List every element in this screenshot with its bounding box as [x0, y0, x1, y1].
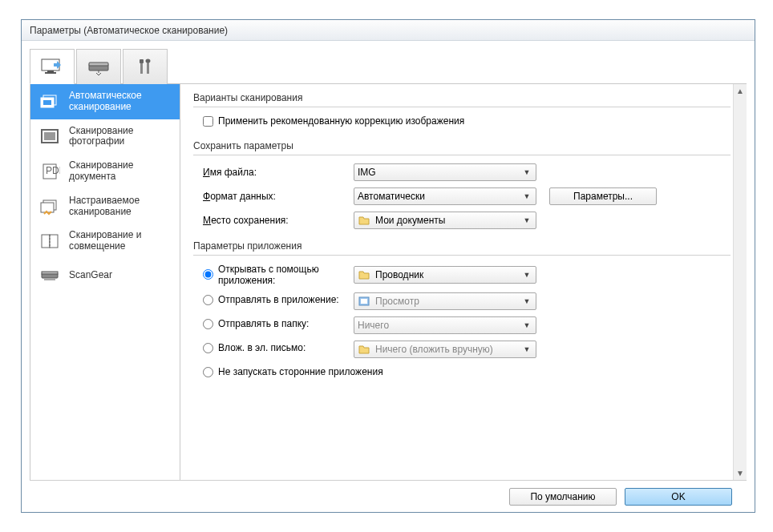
dont-run-input[interactable] — [203, 367, 213, 377]
scroll-down-icon[interactable]: ▼ — [734, 466, 747, 480]
apply-correction-input[interactable] — [203, 116, 213, 127]
chevron-down-icon: ▼ — [521, 168, 532, 176]
ok-button[interactable]: OK — [625, 488, 732, 506]
svg-text:PDF: PDF — [46, 165, 60, 176]
chevron-down-icon: ▼ — [521, 271, 532, 279]
location-combo[interactable]: Мои документы ▼ — [354, 212, 536, 229]
chevron-down-icon: ▼ — [521, 216, 532, 224]
sidebar-item-scangear[interactable]: ScanGear — [30, 259, 180, 292]
chevron-down-icon: ▼ — [521, 345, 532, 353]
svg-rect-25 — [361, 299, 367, 304]
send-folder-radio-wrap: Отправлять в папку: — [193, 318, 354, 332]
scanner-icon — [87, 59, 110, 75]
custom-scan-icon — [38, 197, 61, 216]
svg-rect-17 — [41, 203, 54, 212]
scangear-icon — [38, 266, 61, 285]
location-value: Мои документы — [375, 215, 516, 226]
sidebar-item-document-scan[interactable]: PDF Сканирование документа — [30, 154, 180, 189]
sidebar-item-stitch-scan[interactable]: Сканирование и совмещение — [30, 224, 180, 259]
body: Автоматическое сканирование Сканирование… — [30, 84, 747, 480]
monitor-icon — [39, 57, 65, 76]
format-label: Формат данных: — [193, 191, 354, 202]
sidebar-item-label: Автоматическое сканирование — [69, 91, 172, 113]
email-radio-wrap: Влож. в эл. письмо: — [193, 342, 354, 356]
content-area: Автоматическое сканирование Сканирование… — [22, 41, 755, 512]
group-title: Сохранить параметры — [193, 140, 731, 151]
open-with-radio[interactable]: Открывать с помощью приложения: — [203, 264, 354, 286]
open-with-label: Открывать с помощью приложения: — [218, 264, 354, 286]
tools-icon — [136, 58, 155, 77]
file-name-combo[interactable]: IMG ▼ — [354, 163, 536, 181]
open-with-combo[interactable]: Проводник ▼ — [354, 266, 536, 284]
scroll-up-icon[interactable]: ▲ — [734, 84, 747, 98]
svg-rect-19 — [50, 235, 58, 248]
sidebar-item-label: Сканирование и совмещение — [69, 230, 172, 252]
svg-point-8 — [146, 58, 151, 62]
email-input[interactable] — [203, 343, 213, 353]
vertical-scrollbar[interactable]: ▲ ▼ — [733, 84, 747, 480]
send-app-radio-wrap: Отправлять в приложение: — [193, 294, 354, 308]
open-with-radio-wrap: Открывать с помощью приложения: — [193, 264, 354, 286]
dont-run-radio[interactable]: Не запускать сторонние приложения — [203, 366, 383, 377]
top-tabs — [30, 49, 747, 84]
group-title: Варианты сканирования — [193, 92, 731, 103]
svg-rect-13 — [44, 132, 55, 140]
svg-rect-1 — [47, 71, 54, 72]
dont-run-radio-wrap: Не запускать сторонние приложения — [193, 366, 383, 380]
tab-tools[interactable] — [123, 49, 168, 84]
chevron-down-icon: ▼ — [521, 297, 532, 305]
apply-correction-label: Применить рекомендованную коррекцию изоб… — [218, 115, 464, 127]
svg-rect-22 — [42, 272, 58, 274]
document-icon: PDF — [38, 162, 61, 181]
send-app-radio[interactable]: Отправлять в приложение: — [203, 294, 339, 305]
svg-rect-18 — [42, 235, 50, 248]
sidebar-item-auto-scan[interactable]: Автоматическое сканирование — [30, 84, 180, 119]
photo-icon — [38, 127, 61, 146]
footer: По умолчанию OK — [30, 480, 747, 512]
tab-scan-from-device[interactable] — [76, 49, 121, 84]
group-save: Сохранить параметры Имя файла: IMG ▼ Фор… — [193, 140, 731, 229]
sidebar-item-custom-scan[interactable]: Настраиваемое сканирование — [30, 189, 180, 224]
params-button[interactable]: Параметры... — [549, 187, 657, 205]
chevron-down-icon: ▼ — [521, 321, 532, 329]
email-label: Влож. в эл. письмо: — [218, 342, 306, 353]
send-app-input[interactable] — [203, 295, 213, 305]
email-value: Ничего (вложить вручную) — [375, 344, 516, 355]
stitch-icon — [38, 232, 61, 251]
sidebar: Автоматическое сканирование Сканирование… — [30, 84, 180, 480]
auto-scan-icon — [38, 92, 61, 111]
sidebar-item-label: Сканирование фотографии — [69, 126, 172, 148]
svg-rect-4 — [89, 62, 108, 66]
send-folder-combo[interactable]: Ничего ▼ — [354, 316, 536, 334]
window-title: Параметры (Автоматическое сканирование) — [22, 20, 755, 41]
format-combo[interactable]: Автоматически ▼ — [354, 187, 536, 205]
location-label: Место сохранения: — [193, 215, 354, 226]
folder-icon — [358, 343, 370, 356]
send-app-combo[interactable]: Просмотр ▼ — [354, 292, 536, 310]
open-with-input[interactable] — [203, 269, 213, 280]
dont-run-label: Не запускать сторонние приложения — [218, 366, 383, 377]
folder-icon — [358, 214, 370, 227]
settings-window: Параметры (Автоматическое сканирование) — [21, 19, 755, 513]
open-with-value: Проводник — [375, 269, 516, 280]
group-app: Параметры приложения Открывать с помощью… — [193, 240, 731, 382]
svg-rect-11 — [43, 100, 51, 105]
email-combo[interactable]: Ничего (вложить вручную) ▼ — [354, 341, 536, 358]
svg-rect-6 — [140, 59, 144, 63]
send-folder-input[interactable] — [203, 319, 213, 329]
send-folder-radio[interactable]: Отправлять в папку: — [203, 318, 309, 329]
sidebar-item-photo-scan[interactable]: Сканирование фотографии — [30, 119, 180, 155]
apply-correction-checkbox[interactable]: Применить рекомендованную коррекцию изоб… — [193, 115, 464, 127]
send-folder-value: Ничего — [358, 320, 516, 331]
send-app-value: Просмотр — [375, 296, 516, 307]
sidebar-item-label: ScanGear — [69, 270, 112, 281]
email-radio[interactable]: Влож. в эл. письмо: — [203, 342, 306, 353]
tab-scan-from-computer[interactable] — [30, 49, 75, 84]
main-panel: Варианты сканирования Применить рекоменд… — [180, 84, 747, 480]
send-folder-label: Отправлять в папку: — [218, 318, 309, 329]
file-name-value: IMG — [358, 167, 516, 178]
format-value: Автоматически — [358, 191, 516, 202]
group-scan-options: Варианты сканирования Применить рекоменд… — [193, 92, 731, 129]
defaults-button[interactable]: По умолчанию — [509, 488, 617, 506]
file-name-label: Имя файла: — [193, 167, 354, 178]
